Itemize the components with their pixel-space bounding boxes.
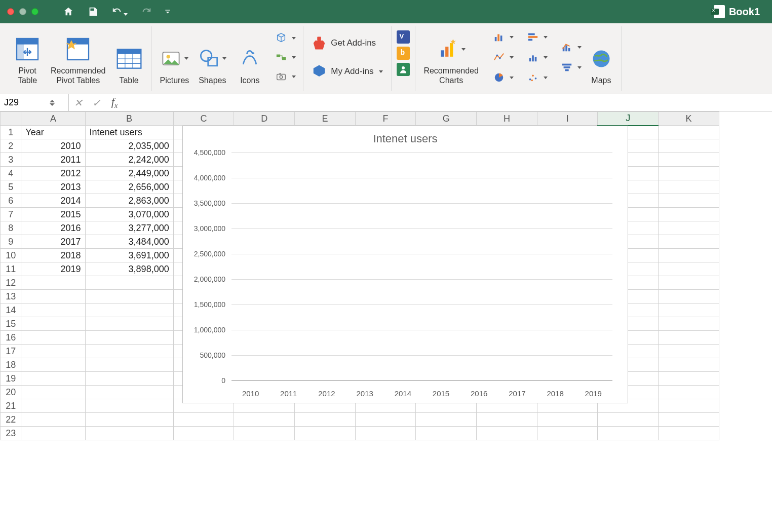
cell-B19[interactable] [85, 372, 173, 386]
row-header[interactable]: 18 [1, 358, 21, 372]
row-header[interactable]: 22 [1, 413, 21, 427]
cell-I23[interactable] [537, 427, 598, 440]
cell-C22[interactable] [173, 413, 234, 427]
column-header-I[interactable]: I [537, 112, 598, 126]
cell-E23[interactable] [295, 427, 356, 440]
cell-H23[interactable] [477, 427, 537, 440]
cell-B21[interactable] [85, 399, 173, 413]
fx-icon[interactable]: fx [105, 95, 124, 110]
cell-A2[interactable]: 2010 [21, 139, 85, 153]
cell-E22[interactable] [295, 413, 356, 427]
cell-K20[interactable] [659, 386, 719, 399]
column-header-A[interactable]: A [21, 112, 85, 126]
cell-K3[interactable] [659, 153, 719, 167]
smartart-button[interactable] [270, 49, 298, 65]
row-header[interactable]: 12 [1, 276, 21, 290]
cell-A13[interactable] [21, 290, 85, 303]
worksheet[interactable]: ABCDEFGHIJK 1YearIntenet users220102,035… [0, 111, 772, 532]
cell-A1[interactable]: Year [21, 126, 85, 139]
cell-B4[interactable]: 2,449,000 [85, 167, 173, 180]
cell-K22[interactable] [659, 413, 719, 427]
cell-B9[interactable]: 3,484,000 [85, 235, 173, 249]
cell-A14[interactable] [21, 303, 85, 317]
cell-K15[interactable] [659, 317, 719, 331]
cell-B15[interactable] [85, 317, 173, 331]
cell-D23[interactable] [234, 427, 295, 440]
cell-G22[interactable] [416, 413, 477, 427]
column-chart-button[interactable] [488, 29, 516, 45]
column-header-B[interactable]: B [85, 112, 173, 126]
cancel-formula-icon[interactable]: ✕ [69, 97, 87, 109]
icons-button[interactable]: Icons [233, 27, 267, 87]
table-button[interactable]: Table [112, 27, 146, 87]
cell-K5[interactable] [659, 180, 719, 194]
cell-B10[interactable]: 3,691,000 [85, 249, 173, 262]
cell-A19[interactable] [21, 372, 85, 386]
cell-K1[interactable] [659, 126, 719, 139]
row-header[interactable]: 2 [1, 139, 21, 153]
scatter-chart-button[interactable] [522, 69, 550, 86]
column-header-K[interactable]: K [659, 112, 719, 126]
cell-F22[interactable] [355, 413, 416, 427]
cell-B16[interactable] [85, 331, 173, 345]
cell-K21[interactable] [659, 399, 719, 413]
cell-B5[interactable]: 2,656,000 [85, 180, 173, 194]
row-header[interactable]: 13 [1, 290, 21, 303]
redo-button[interactable] [138, 3, 155, 20]
row-header[interactable]: 20 [1, 386, 21, 399]
cell-A6[interactable]: 2014 [21, 194, 85, 208]
row-header[interactable]: 11 [1, 262, 21, 276]
name-box-input[interactable] [4, 97, 50, 108]
funnel-chart-button[interactable] [556, 59, 584, 75]
cell-A5[interactable]: 2013 [21, 180, 85, 194]
cell-A21[interactable] [21, 399, 85, 413]
visio-addin-icon[interactable]: V [397, 30, 410, 44]
line-chart-button[interactable] [488, 49, 516, 65]
pictures-button[interactable]: Pictures [157, 27, 192, 87]
row-header[interactable]: 3 [1, 153, 21, 167]
cell-A22[interactable] [21, 413, 85, 427]
minimize-window-icon[interactable] [19, 8, 26, 15]
row-header[interactable]: 14 [1, 303, 21, 317]
cell-B11[interactable]: 3,898,000 [85, 262, 173, 276]
cell-I22[interactable] [537, 413, 598, 427]
row-header[interactable]: 1 [1, 126, 21, 139]
cell-B8[interactable]: 3,277,000 [85, 221, 173, 235]
cell-A8[interactable]: 2016 [21, 221, 85, 235]
row-header[interactable]: 15 [1, 317, 21, 331]
cell-K4[interactable] [659, 167, 719, 180]
cell-C23[interactable] [173, 427, 234, 440]
3d-models-button[interactable] [270, 30, 298, 46]
cell-K6[interactable] [659, 194, 719, 208]
cell-J23[interactable] [598, 427, 659, 440]
cell-A15[interactable] [21, 317, 85, 331]
row-header[interactable]: 19 [1, 372, 21, 386]
cell-K18[interactable] [659, 358, 719, 372]
cell-F23[interactable] [355, 427, 416, 440]
cell-A20[interactable] [21, 386, 85, 399]
row-header[interactable]: 4 [1, 167, 21, 180]
cell-K2[interactable] [659, 139, 719, 153]
row-header[interactable]: 17 [1, 345, 21, 358]
cell-B22[interactable] [85, 413, 173, 427]
column-header-G[interactable]: G [416, 112, 477, 126]
get-addins-button[interactable]: Get Add-ins [308, 33, 386, 53]
cell-B1[interactable]: Intenet users [85, 126, 173, 139]
cell-B13[interactable] [85, 290, 173, 303]
save-button[interactable] [84, 3, 101, 20]
cell-A7[interactable]: 2015 [21, 208, 85, 221]
enter-formula-icon[interactable]: ✓ [87, 97, 105, 109]
shapes-button[interactable]: Shapes [195, 27, 229, 87]
cell-K8[interactable] [659, 221, 719, 235]
cell-G23[interactable] [416, 427, 477, 440]
cell-A11[interactable]: 2019 [21, 262, 85, 276]
cell-A4[interactable]: 2012 [21, 167, 85, 180]
cell-K12[interactable] [659, 276, 719, 290]
cell-A12[interactable] [21, 276, 85, 290]
column-header-H[interactable]: H [477, 112, 537, 126]
screenshot-button[interactable] [270, 68, 298, 85]
cell-B20[interactable] [85, 386, 173, 399]
cell-B7[interactable]: 3,070,000 [85, 208, 173, 221]
cell-A10[interactable]: 2018 [21, 249, 85, 262]
column-header-E[interactable]: E [295, 112, 356, 126]
